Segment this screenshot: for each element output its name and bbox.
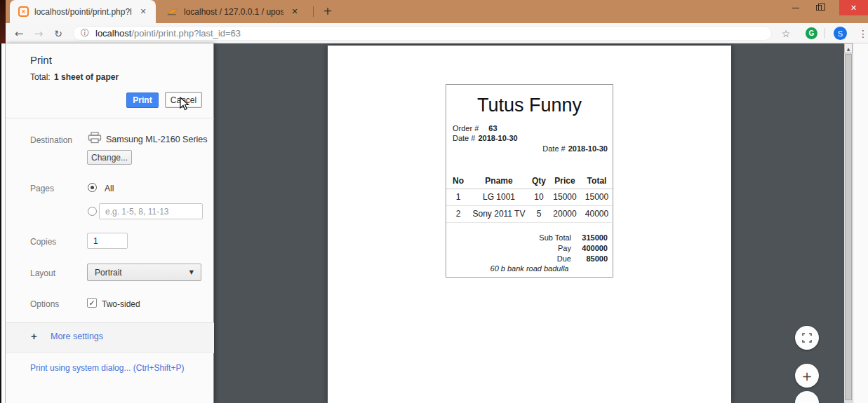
tab-close-icon[interactable]: ✕ [289, 7, 300, 16]
due-label: Due [557, 254, 571, 263]
total-label: Total: [30, 72, 51, 82]
subtotal-row: Sub Total 315000 [539, 232, 608, 243]
col-price: Price [550, 173, 580, 189]
cell-no: 2 [446, 205, 470, 222]
cell-pname: LG 1001 [470, 189, 528, 205]
minimize-button[interactable] [786, 0, 806, 15]
print-dialog-title: Print [30, 54, 52, 66]
destination-label: Destination [30, 135, 72, 145]
page-scrollbar[interactable]: ▲ [844, 43, 853, 403]
cell-total: 15000 [580, 189, 614, 205]
due-value: 85000 [577, 254, 608, 263]
plus-icon: + [31, 330, 37, 342]
pages-range-radio[interactable] [88, 207, 97, 216]
address-bar[interactable]: ⓘ localhost /pointi/print.php?last_id=63 [73, 26, 772, 41]
close-window-button[interactable]: ✕ [839, 0, 868, 15]
bookmark-star-icon[interactable]: ☆ [777, 23, 794, 43]
totals-block: Sub Total 315000 Pay 400000 Due 85000 [539, 232, 608, 264]
scrollbar-thumb[interactable] [845, 54, 852, 400]
layout-select[interactable]: Portrait ▼ [87, 264, 201, 281]
pay-label: Pay [558, 244, 571, 252]
two-sided-checkbox[interactable]: ✓ [87, 298, 97, 308]
tab-phpmyadmin[interactable]: localhost / 127.0.0.1 / upos / pr ✕ [159, 0, 307, 23]
print-preview-area: Tutus Funny Order #63 Date #2018-10-30 D… [214, 43, 844, 403]
subtotal-label: Sub Total [539, 233, 571, 242]
extension-icon[interactable]: G [806, 27, 817, 39]
restore-icon [816, 5, 822, 11]
tab-separator [313, 6, 314, 17]
print-button[interactable]: Print [126, 93, 159, 108]
date-label: Date # [453, 134, 475, 142]
pay-value: 400000 [577, 244, 608, 252]
table-row: 1 LG 1001 10 15000 15000 [446, 189, 614, 205]
layout-label: Layout [30, 268, 55, 278]
minimize-icon [792, 8, 799, 8]
url-host: localhost [95, 28, 131, 39]
layout-selected-value: Portrait [95, 268, 122, 278]
phpmyadmin-favicon-icon [167, 7, 178, 16]
cell-qty: 5 [528, 205, 550, 222]
forward-icon[interactable]: → [29, 23, 48, 43]
more-settings-link[interactable]: More settings [51, 332, 103, 341]
zoom-in-button[interactable]: + [795, 364, 819, 388]
back-icon[interactable]: ← [10, 23, 28, 43]
pages-range-input[interactable] [99, 203, 203, 219]
table-header-row: No Pname Qty Price Total [446, 173, 614, 189]
xampp-favicon-icon: X [18, 6, 29, 17]
destination-printer-name: Samsung ML-2160 Series [106, 135, 208, 144]
two-sided-label: Two-sided [102, 299, 140, 309]
tab-print-page[interactable]: X localhost/pointi/print.php?last_i ✕ [10, 0, 156, 23]
mouse-cursor [180, 97, 189, 111]
reload-icon[interactable]: ↻ [49, 23, 67, 43]
section-divider [6, 353, 214, 353]
order-number-line: Order #63 [453, 124, 498, 132]
order-value: 63 [488, 124, 497, 132]
store-name: Tutus Funny [446, 95, 613, 116]
date-label: Date # [542, 144, 565, 153]
cell-price: 20000 [550, 205, 580, 222]
date-value: 2018-10-30 [568, 144, 608, 153]
cell-total: 40000 [580, 205, 614, 222]
table-row: 2 Sony 2011 TV 5 20000 40000 [446, 205, 614, 222]
items-table: No Pname Qty Price Total 1 LG 1001 10 15… [446, 173, 614, 223]
toolbar-separator [824, 28, 825, 39]
window-right-strip [853, 43, 868, 403]
col-qty: Qty [528, 173, 550, 189]
pages-all-radio[interactable] [88, 183, 97, 192]
scroll-up-icon[interactable]: ▲ [844, 43, 853, 53]
order-label: Order # [453, 124, 479, 132]
new-tab-button[interactable]: + [319, 3, 336, 20]
profile-avatar[interactable]: S [834, 27, 847, 40]
col-total: Total [580, 173, 614, 189]
cell-qty: 10 [528, 189, 550, 205]
subtotal-value: 315000 [577, 233, 608, 242]
copies-label: Copies [30, 237, 56, 247]
preview-page: Tutus Funny Order #63 Date #2018-10-30 D… [328, 46, 731, 403]
browser-menu-icon[interactable]: ⋮ [855, 23, 868, 43]
options-label: Options [30, 299, 59, 309]
copies-input[interactable] [87, 233, 128, 249]
chevron-down-icon: ▼ [189, 269, 194, 275]
tab-close-icon[interactable]: ✕ [138, 7, 149, 16]
screen-edge [0, 0, 6, 43]
receipt: Tutus Funny Order #63 Date #2018-10-30 D… [446, 84, 613, 278]
col-pname: Pname [470, 173, 528, 189]
system-dialog-link[interactable]: Print using system dialog... (Ctrl+Shift… [30, 363, 184, 373]
restore-button[interactable] [809, 0, 829, 15]
change-destination-button[interactable]: Change... [87, 150, 132, 165]
due-row: Due 85000 [539, 253, 608, 264]
site-info-icon[interactable]: ⓘ [81, 27, 89, 39]
cell-no: 1 [446, 189, 470, 205]
section-divider [6, 118, 214, 118]
tab-title: localhost / 127.0.0.1 / upos / pr [184, 7, 283, 17]
printer-icon [88, 132, 102, 144]
pages-all-label: All [105, 184, 114, 193]
fit-page-icon [802, 333, 812, 343]
pages-label: Pages [30, 184, 54, 193]
tab-bar: X localhost/pointi/print.php?last_i ✕ lo… [0, 0, 868, 23]
date-value: 2018-10-30 [478, 134, 517, 142]
fit-to-page-button[interactable] [795, 326, 819, 350]
pay-row: Pay 400000 [539, 243, 608, 253]
zoom-out-button[interactable]: − [795, 391, 819, 403]
cell-pname: Sony 2011 TV [470, 205, 528, 222]
